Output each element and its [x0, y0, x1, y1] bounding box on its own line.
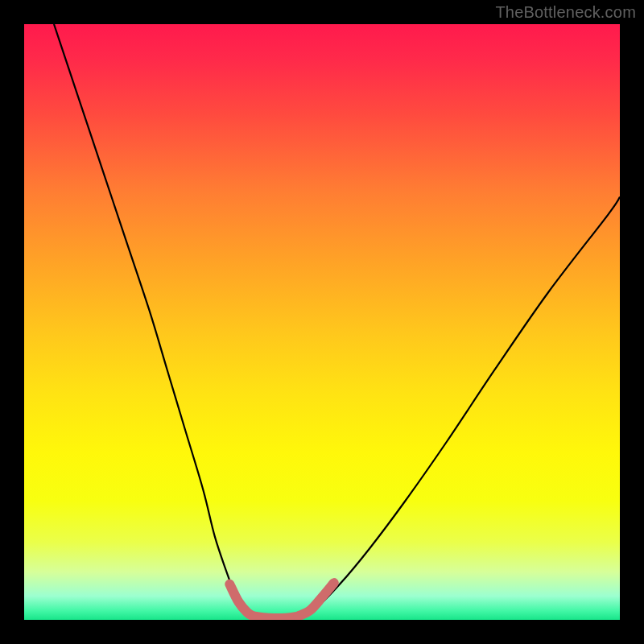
- marker-left-dip: [229, 584, 254, 617]
- plot-area: [24, 24, 620, 620]
- chart-stage: TheBottleneck.com: [0, 0, 644, 644]
- curve-right-branch: [298, 197, 620, 617]
- marker-valley: [254, 617, 299, 618]
- marker-right-rise: [298, 583, 333, 616]
- curve-layer: [24, 24, 620, 620]
- watermark-label: TheBottleneck.com: [495, 3, 636, 22]
- curve-left-branch: [54, 24, 250, 617]
